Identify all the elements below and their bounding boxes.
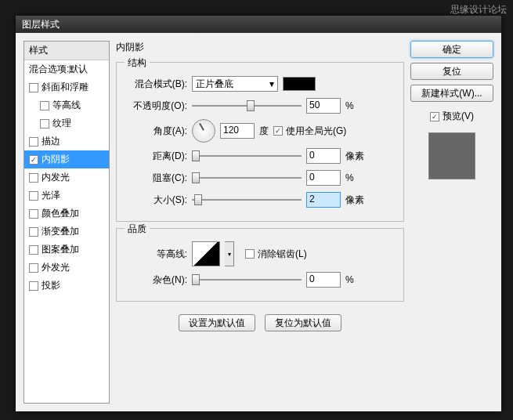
- sidebar-item-label: 颜色叠加: [42, 207, 79, 220]
- sidebar-item-bevel[interactable]: 斜面和浮雕: [24, 78, 109, 96]
- shadow-color-swatch[interactable]: [283, 77, 316, 91]
- structure-fieldset: 结构 混合模式(B): 正片叠底 不透明度(O): 50 % 角度(A): 12…: [116, 62, 404, 222]
- sidebar-item-drop-shadow[interactable]: 投影: [24, 277, 109, 295]
- choke-slider[interactable]: [192, 171, 302, 185]
- preview-swatch: [428, 132, 475, 179]
- checkbox-icon[interactable]: [29, 227, 38, 237]
- contour-picker[interactable]: [192, 241, 220, 266]
- sidebar-item-inner-shadow[interactable]: 内阴影: [24, 150, 109, 168]
- distance-unit: 像素: [345, 150, 364, 163]
- sidebar-item-label: 外发光: [42, 261, 70, 274]
- distance-input[interactable]: 0: [306, 148, 341, 164]
- checkbox-icon[interactable]: [40, 119, 49, 129]
- sidebar-item-inner-glow[interactable]: 内发光: [24, 168, 109, 186]
- sidebar-item-label: 等高线: [52, 99, 81, 112]
- checkbox-icon[interactable]: [29, 155, 38, 165]
- opacity-input[interactable]: 50: [306, 98, 341, 114]
- checkbox-icon[interactable]: [29, 137, 38, 147]
- size-slider[interactable]: [192, 193, 302, 207]
- angle-knob[interactable]: [192, 119, 215, 143]
- checkbox-icon[interactable]: [29, 191, 38, 201]
- distance-slider[interactable]: [192, 149, 302, 163]
- sidebar-item-label: 内阴影: [42, 153, 70, 166]
- opacity-label: 不透明度(O):: [126, 100, 187, 113]
- contour-label: 等高线:: [126, 248, 187, 261]
- window-content: 样式 混合选项:默认 斜面和浮雕 等高线 纹理 描边 内阴影 内发光 光泽 颜色…: [16, 33, 501, 411]
- opacity-unit: %: [345, 100, 354, 111]
- choke-unit: %: [345, 172, 354, 183]
- checkbox-icon[interactable]: [29, 263, 38, 273]
- size-label: 大小(S):: [126, 194, 187, 207]
- antialias-label: 消除锯齿(L): [258, 248, 307, 261]
- main-panel: 内阴影 结构 混合模式(B): 正片叠底 不透明度(O): 50 % 角度(A)…: [116, 41, 404, 404]
- distance-label: 距离(D):: [126, 150, 187, 163]
- titlebar[interactable]: 图层样式: [16, 16, 501, 33]
- watermark: 思缘设计论坛: [450, 3, 507, 16]
- noise-input[interactable]: 0: [306, 272, 341, 288]
- choke-label: 阻塞(C):: [126, 172, 187, 185]
- blend-mode-label: 混合模式(B):: [126, 78, 187, 91]
- noise-label: 杂色(N):: [126, 273, 187, 287]
- structure-legend: 结构: [125, 56, 150, 70]
- checkbox-icon[interactable]: [40, 101, 49, 110]
- checkbox-icon[interactable]: [29, 173, 38, 183]
- angle-input[interactable]: 120: [220, 123, 255, 139]
- sidebar-item-label: 投影: [42, 279, 60, 292]
- quality-legend: 品质: [125, 223, 150, 236]
- checkbox-icon[interactable]: [29, 209, 38, 219]
- sidebar-item-stroke[interactable]: 描边: [24, 132, 109, 150]
- sidebar-item-label: 描边: [42, 135, 60, 148]
- sidebar-item-label: 内发光: [42, 171, 70, 184]
- ok-button[interactable]: 确定: [410, 41, 493, 58]
- reset-default-button[interactable]: 复位为默认值: [265, 314, 341, 331]
- set-default-button[interactable]: 设置为默认值: [179, 314, 255, 331]
- sidebar-blend-default[interactable]: 混合选项:默认: [24, 60, 109, 78]
- global-light-label: 使用全局光(G): [286, 125, 346, 138]
- sidebar-item-satin[interactable]: 光泽: [24, 186, 109, 205]
- size-input[interactable]: 2: [306, 192, 341, 208]
- styles-sidebar: 样式 混合选项:默认 斜面和浮雕 等高线 纹理 描边 内阴影 内发光 光泽 颜色…: [23, 41, 110, 404]
- preview-checkbox[interactable]: [430, 112, 439, 121]
- angle-unit: 度: [259, 125, 269, 138]
- sidebar-item-label: 图案叠加: [42, 243, 79, 256]
- size-unit: 像素: [345, 194, 364, 207]
- sidebar-header: 样式: [24, 42, 109, 60]
- quality-fieldset: 品质 等高线: ▾ 消除锯齿(L) 杂色(N): 0 %: [116, 228, 404, 302]
- noise-slider[interactable]: [192, 273, 302, 287]
- preview-label: 预览(V): [443, 110, 474, 123]
- sidebar-item-gradient-overlay[interactable]: 渐变叠加: [24, 223, 109, 241]
- new-style-button[interactable]: 新建样式(W)...: [410, 85, 493, 102]
- sidebar-item-label: 光泽: [42, 189, 60, 202]
- contour-dropdown-icon[interactable]: ▾: [225, 241, 234, 266]
- opacity-slider[interactable]: [192, 99, 302, 113]
- sidebar-item-label: 斜面和浮雕: [42, 81, 89, 94]
- sidebar-item-pattern-overlay[interactable]: 图案叠加: [24, 241, 109, 259]
- layer-style-window: 图层样式 样式 混合选项:默认 斜面和浮雕 等高线 纹理 描边 内阴影 内发光 …: [16, 16, 501, 411]
- sidebar-item-outer-glow[interactable]: 外发光: [24, 259, 109, 277]
- right-panel: 确定 复位 新建样式(W)... 预览(V): [410, 41, 493, 404]
- sidebar-item-label: 渐变叠加: [42, 225, 79, 238]
- blend-mode-select[interactable]: 正片叠底: [192, 76, 278, 92]
- panel-title: 内阴影: [116, 41, 404, 54]
- antialias-checkbox[interactable]: [245, 249, 255, 259]
- checkbox-icon[interactable]: [29, 281, 38, 291]
- sidebar-item-label: 纹理: [52, 117, 71, 130]
- checkbox-icon[interactable]: [29, 245, 38, 255]
- cancel-button[interactable]: 复位: [410, 63, 493, 80]
- checkbox-icon[interactable]: [29, 83, 38, 92]
- angle-label: 角度(A):: [126, 125, 187, 138]
- noise-unit: %: [345, 274, 354, 285]
- sidebar-item-texture[interactable]: 纹理: [24, 114, 109, 132]
- global-light-checkbox[interactable]: [273, 126, 283, 136]
- sidebar-item-contour[interactable]: 等高线: [24, 96, 109, 114]
- choke-input[interactable]: 0: [306, 170, 341, 186]
- sidebar-item-color-overlay[interactable]: 颜色叠加: [24, 205, 109, 223]
